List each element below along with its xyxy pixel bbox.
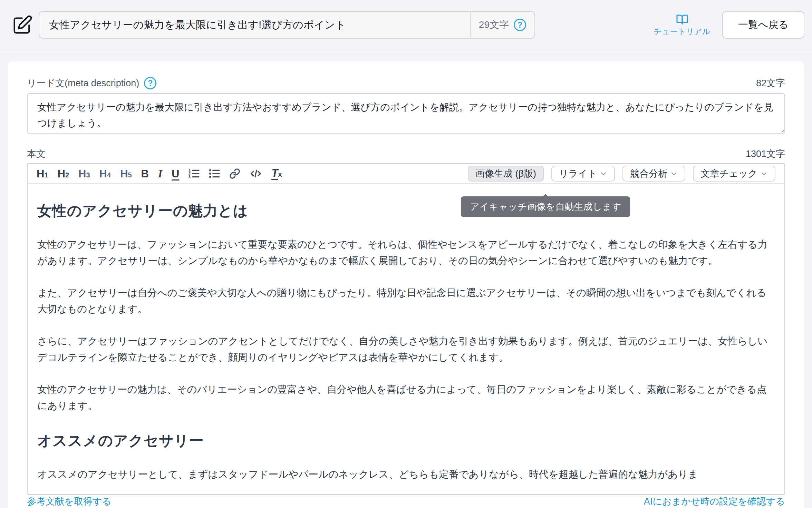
article-title-input[interactable] [39,12,470,38]
rewrite-button[interactable]: リライト [551,166,615,182]
top-bar: 29文字 ? チュートリアル 一覧へ戻る [0,0,812,50]
generate-image-button[interactable]: 画像生成 (β版) [468,166,544,182]
lead-field-header: リード文(meta description) ? 82文字 [27,77,785,89]
content-heading: 女性のアクセサリーの魅力とは [37,201,775,221]
body-char-count: 1301文字 [746,148,785,160]
title-char-counter: 29文字 ? [470,12,534,38]
chevron-down-icon [760,170,768,177]
tutorial-label: チュートリアル [654,26,710,37]
title-help-icon[interactable]: ? [514,19,526,31]
h2-button[interactable]: H2 [58,168,69,179]
h3-button[interactable]: H3 [78,168,90,179]
text-check-button[interactable]: 文章チェック [693,166,775,182]
back-to-list-button[interactable]: 一覧へ戻る [722,11,804,39]
content-heading: オススメのアクセサリー [37,431,775,450]
bullet-list-icon[interactable] [209,168,220,179]
lead-label: リード文(meta description) [27,77,139,89]
generate-image-tooltip: アイキャッチ画像を自動生成します [461,196,630,217]
tutorial-link[interactable]: チュートリアル [654,13,710,37]
edit-pencil-icon [12,14,33,36]
ai-action-buttons: 画像生成 (β版) リライト 競合分析 文章チェック [468,166,775,182]
content-paragraph: 女性のアクセサリーの魅力は、そのバリエーションの豊富さや、自分や他人を喜ばせる力… [37,381,775,414]
book-open-icon [675,13,689,26]
title-char-count: 29文字 [479,18,509,31]
article-title-field: 29文字 ? [39,11,535,39]
svg-text:3: 3 [188,175,191,179]
competitor-analysis-button[interactable]: 競合分析 [622,166,685,182]
h4-button[interactable]: H4 [99,168,111,179]
lead-char-count: 82文字 [756,77,785,89]
content-paragraph: さらに、アクセサリーはファッションのアクセントとしてだけでなく、自分の美しさや魅… [37,333,775,365]
h5-button[interactable]: H5 [120,168,132,179]
h1-button[interactable]: H1 [37,168,48,179]
body-label: 本文 [27,148,46,160]
code-icon[interactable] [250,168,262,179]
italic-button[interactable]: I [158,168,162,179]
editor-content-area[interactable]: 女性のアクセサリーの魅力とは 女性のアクセサリーは、ファッションにおいて重要な要… [28,201,784,482]
get-references-link[interactable]: 参考文献を取得する [27,495,112,508]
clear-format-button[interactable]: Tx [271,168,282,180]
ai-auto-settings-link[interactable]: AIにおまかせ時の設定を確認する [644,495,785,508]
underline-button[interactable]: U [172,168,179,179]
bold-button[interactable]: B [141,168,149,179]
lead-textarea[interactable]: 女性アクセサリーの魅力を最大限に引き出す方法やおすすめブランド、選び方のポイント… [27,93,785,134]
body-field-header: 本文 1301文字 [27,148,785,160]
article-editor-card: リード文(meta description) ? 82文字 女性アクセサリーの魅… [8,61,804,508]
lead-help-icon[interactable]: ? [144,77,156,89]
content-paragraph: また、アクセサリーは自分へのご褒美や大切な人への贈り物にもぴったり。特別な日や記… [37,285,775,317]
rich-text-editor: H1 H2 H3 H4 H5 B I U 123 [27,163,785,495]
editor-toolbar: H1 H2 H3 H4 H5 B I U 123 [28,164,784,184]
content-paragraph: オススメのアクセサリーとして、まずはスタッフドールやパールのネックレス、どちらも… [37,466,775,482]
chevron-down-icon [600,170,607,177]
format-buttons: H1 H2 H3 H4 H5 B I U 123 [37,168,282,180]
ordered-list-icon[interactable]: 123 [188,168,200,179]
chevron-down-icon [670,170,678,177]
link-icon[interactable] [229,168,240,179]
content-paragraph: 女性のアクセサリーは、ファッションにおいて重要な要素のひとつです。それらは、個性… [37,236,775,269]
card-footer: 参考文献を取得する AIにおまかせ時の設定を確認する [27,495,785,508]
